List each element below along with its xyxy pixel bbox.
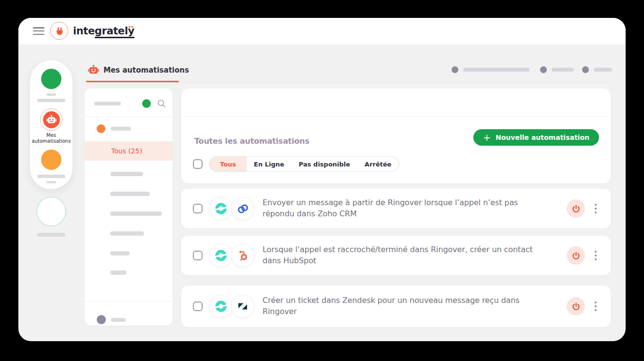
page-title: Mes automatisations — [103, 66, 189, 75]
row-actions — [567, 199, 611, 218]
folder-item[interactable] — [85, 117, 173, 141]
automation-row[interactable]: Envoyer un message à partir de Ringover … — [181, 189, 611, 228]
nav-item-orange-circle[interactable] — [41, 150, 61, 170]
filter-arretee[interactable]: Arrêtée — [357, 157, 399, 171]
power-toggle-button[interactable] — [567, 199, 585, 218]
placeholder-bar — [110, 192, 150, 196]
filter-tous[interactable]: Tous — [209, 157, 247, 171]
automation-title: Envoyer un message à partir de Ringover … — [263, 197, 541, 219]
placeholder-bar — [552, 68, 574, 72]
select-all-checkbox[interactable] — [193, 159, 203, 169]
placeholder-bar — [594, 68, 612, 72]
new-automation-button[interactable]: + Nouvelle automatisation — [473, 129, 599, 146]
zendesk-icon — [231, 295, 254, 318]
status-filter-group: Tous En Ligne Pas disponible Arrêtée — [209, 156, 399, 172]
placeholder-dot — [97, 315, 106, 324]
power-toggle-button[interactable] — [567, 297, 585, 316]
plus-icon: + — [483, 133, 491, 142]
placeholder-bar — [463, 68, 529, 72]
header-placeholder-group — [540, 66, 574, 73]
header-placeholder-group — [452, 66, 529, 73]
app-icons — [209, 197, 254, 220]
app-icons — [209, 295, 254, 318]
folder-item-all[interactable]: Tous (25) — [85, 141, 173, 161]
filter-en-ligne[interactable]: En Ligne — [247, 157, 292, 171]
row-menu-button[interactable] — [591, 247, 600, 264]
automations-header-card: Toutes les automatisations + Nouvelle au… — [181, 89, 611, 183]
placeholder-dot — [582, 66, 589, 73]
nav-item-my-automations[interactable] — [40, 108, 62, 131]
folder-list-placeholders — [85, 161, 173, 301]
folders-sidebar: Tous (25) — [85, 89, 173, 326]
filter-pas-disponible[interactable]: Pas disponible — [292, 157, 357, 171]
placeholder-bar — [110, 271, 127, 275]
section-title: Toutes les automatisations — [194, 136, 309, 146]
brand-wordmark: integrately — [73, 25, 134, 37]
header-placeholder-group — [582, 66, 612, 73]
robot-icon — [88, 64, 99, 75]
app-window: integrately Mes automatisations — [18, 18, 626, 341]
placeholder-bar — [111, 318, 126, 322]
placeholder-dot — [452, 66, 458, 73]
placeholder-bar — [94, 102, 121, 105]
row-actions — [567, 297, 611, 316]
automation-title: Créer un ticket dans Zendesk pour un nou… — [263, 295, 541, 317]
nav-item-green-circle[interactable] — [41, 69, 61, 89]
automation-row[interactable]: Lorsque l’appel est raccroché/terminé da… — [181, 236, 611, 275]
placeholder-bar — [46, 181, 56, 183]
tab-my-automations[interactable]: Mes automatisations — [88, 64, 189, 75]
nav-item-label: Mes automatisations — [30, 133, 73, 144]
row-menu-button[interactable] — [591, 298, 600, 315]
hamburger-menu-icon[interactable] — [33, 27, 44, 35]
placeholder-bar — [110, 211, 162, 216]
sidebar-footer — [85, 301, 173, 326]
placeholder-dot — [540, 66, 547, 73]
app-icons — [209, 244, 254, 267]
top-bar: integrately — [18, 18, 626, 45]
placeholder-bar — [37, 175, 65, 178]
automation-title: Lorsque l’appel est raccroché/terminé da… — [263, 244, 541, 266]
placeholder-bar — [46, 93, 56, 96]
ringover-icon — [209, 197, 233, 220]
breadcrumb-strip — [181, 89, 611, 117]
left-nav-rail: Mes automatisations — [30, 60, 73, 189]
placeholder-bar — [110, 251, 130, 256]
search-icon[interactable] — [157, 99, 166, 108]
ringover-icon — [209, 244, 233, 267]
hubspot-icon — [231, 244, 254, 267]
row-menu-button[interactable] — [591, 200, 600, 217]
row-actions — [567, 246, 611, 265]
plug-icon — [50, 22, 68, 40]
folder-color-dot — [97, 124, 105, 133]
active-tab-indicator — [86, 81, 179, 82]
status-dot — [142, 99, 151, 108]
placeholder-bar — [110, 172, 143, 176]
ringover-icon — [209, 295, 233, 318]
row-checkbox[interactable] — [193, 204, 203, 213]
placeholder-bar — [111, 127, 131, 131]
zoho-crm-icon — [231, 197, 254, 220]
folder-search-row — [85, 89, 173, 117]
placeholder-bar — [37, 233, 65, 237]
row-checkbox[interactable] — [193, 251, 203, 260]
row-checkbox[interactable] — [193, 301, 203, 311]
integrately-logo[interactable]: integrately — [50, 22, 134, 40]
placeholder-bar — [37, 99, 65, 102]
robot-icon — [43, 111, 60, 128]
power-toggle-button[interactable] — [567, 246, 585, 265]
automation-row[interactable]: Créer un ticket dans Zendesk pour un nou… — [181, 286, 611, 327]
placeholder-bar — [110, 231, 144, 236]
avatar[interactable] — [36, 196, 66, 226]
